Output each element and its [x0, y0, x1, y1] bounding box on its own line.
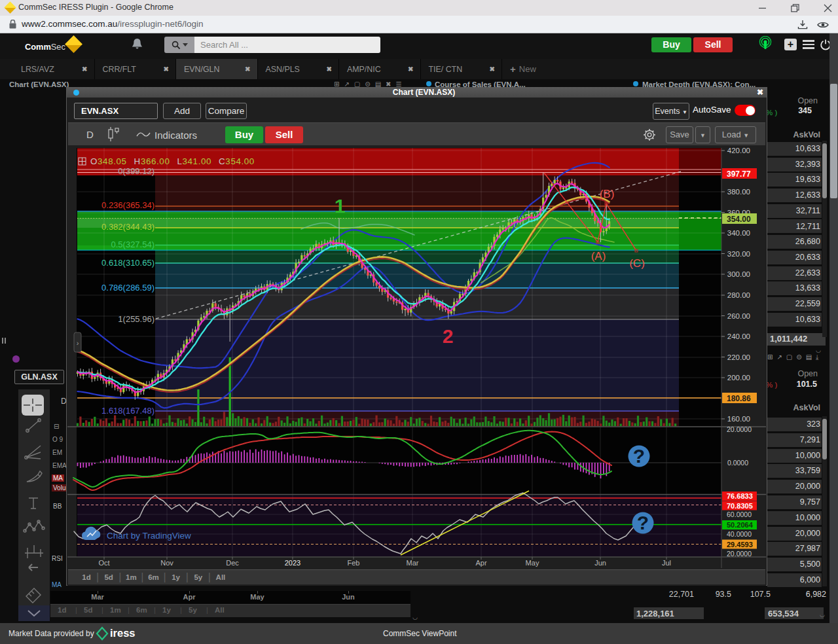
- svg-text:›: ›: [77, 339, 79, 347]
- svg-text:Mar: Mar: [407, 559, 419, 567]
- svg-text:29.4593: 29.4593: [727, 541, 753, 548]
- svg-text:0(399.12): 0(399.12): [118, 166, 155, 176]
- svg-text:?: ?: [633, 445, 645, 467]
- svg-text:220.00: 220.00: [727, 353, 750, 361]
- svg-text:320.00: 320.00: [727, 250, 750, 258]
- svg-text:0.5(327.54): 0.5(327.54): [111, 240, 155, 249]
- svg-text:280.00: 280.00: [727, 291, 750, 299]
- svg-text:Jul: Jul: [662, 559, 671, 567]
- svg-text:340.00: 340.00: [727, 229, 750, 237]
- svg-text:0.786(286.59): 0.786(286.59): [101, 283, 155, 293]
- svg-text:300.00: 300.00: [727, 270, 750, 278]
- svg-text:20.0000: 20.0000: [727, 425, 752, 433]
- svg-text:0.382(344.43): 0.382(344.43): [101, 222, 155, 232]
- svg-text:0.618(310.65): 0.618(310.65): [101, 258, 155, 268]
- svg-text:0.236(365.34): 0.236(365.34): [101, 200, 155, 210]
- svg-text:240.00: 240.00: [727, 332, 750, 340]
- svg-text:70.8305: 70.8305: [727, 502, 753, 510]
- svg-text:Jun: Jun: [594, 559, 606, 567]
- svg-text:1.618(167.48): 1.618(167.48): [101, 406, 155, 416]
- svg-text:60.0000: 60.0000: [727, 510, 752, 518]
- svg-text:Apr: Apr: [475, 559, 486, 567]
- svg-text:Oct: Oct: [98, 559, 109, 567]
- svg-text:Feb: Feb: [348, 559, 360, 567]
- svg-text:200.00: 200.00: [727, 374, 750, 382]
- svg-text:20.0000: 20.0000: [727, 550, 752, 558]
- svg-text:2: 2: [443, 325, 454, 347]
- svg-text:260.00: 260.00: [727, 312, 750, 320]
- svg-text:Dec: Dec: [226, 559, 239, 567]
- svg-text:(A): (A): [591, 250, 606, 262]
- svg-text:(C): (C): [629, 257, 645, 270]
- svg-text:(B): (B): [600, 188, 615, 200]
- svg-text:2023: 2023: [285, 559, 301, 567]
- svg-text:50.2064: 50.2064: [727, 521, 754, 529]
- svg-text:76.6833: 76.6833: [727, 492, 753, 500]
- svg-text:1: 1: [335, 195, 346, 217]
- svg-text:May: May: [526, 559, 539, 567]
- svg-text:0.0000: 0.0000: [727, 459, 748, 467]
- svg-text:?: ?: [637, 512, 649, 533]
- svg-text:180.86: 180.86: [727, 394, 751, 403]
- svg-text:397.77: 397.77: [727, 170, 751, 179]
- svg-text:Nov: Nov: [160, 559, 173, 567]
- svg-text:1(255.96): 1(255.96): [118, 314, 155, 324]
- svg-text:40.0000: 40.0000: [727, 530, 752, 538]
- svg-text:380.00: 380.00: [727, 188, 750, 196]
- svg-text:354.00: 354.00: [727, 215, 751, 224]
- svg-text:420.00: 420.00: [727, 147, 750, 154]
- svg-text:Chart by TradingView: Chart by TradingView: [107, 531, 191, 541]
- svg-text:160.00: 160.00: [727, 415, 750, 423]
